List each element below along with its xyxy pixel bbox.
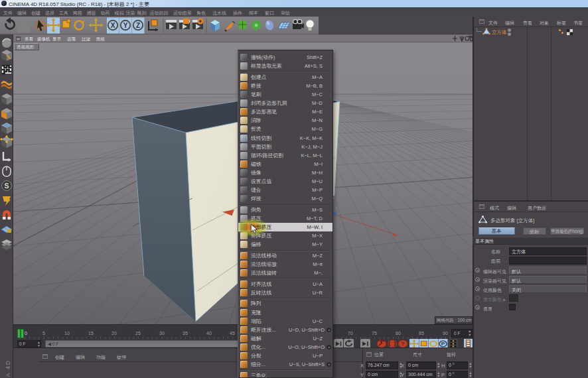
svg-text:P: P — [441, 342, 446, 347]
svg-text:Y: Y — [123, 22, 128, 29]
svg-text:S: S — [4, 182, 9, 190]
svg-text:X: X — [111, 22, 115, 29]
svg-text:Z: Z — [136, 22, 140, 29]
svg-text:?: ? — [401, 341, 405, 347]
